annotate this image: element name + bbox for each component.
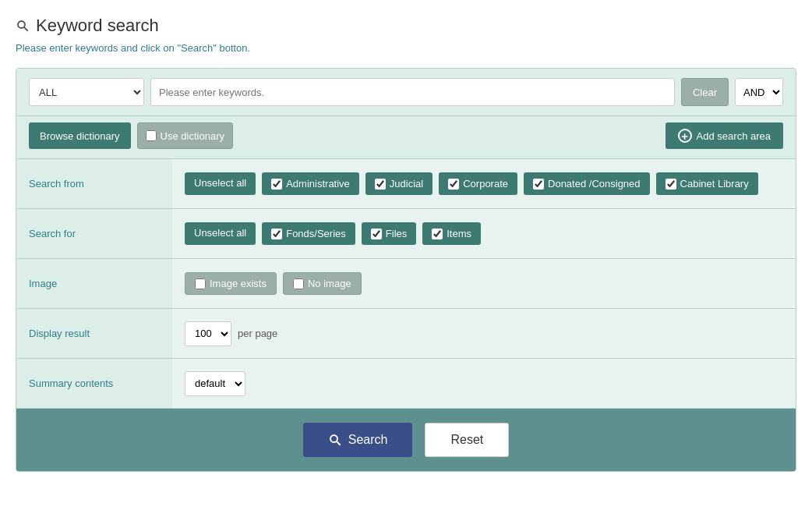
search-for-files[interactable]: Files <box>362 222 416 245</box>
per-page-select[interactable]: 10 25 50 100 200 <box>185 321 231 346</box>
action-bar: Search Reset <box>16 409 796 471</box>
summary-contents-label: Summary contents <box>16 359 172 408</box>
search-from-label: Search from <box>16 159 172 208</box>
svg-point-0 <box>18 21 25 28</box>
search-panel: ALL Title Description Notes Clear AND OR… <box>16 68 796 472</box>
add-search-area-label: Add search area <box>697 130 771 142</box>
corporate-checkbox[interactable] <box>448 179 459 190</box>
operator-select[interactable]: AND OR <box>735 78 783 106</box>
display-result-content: 10 25 50 100 200 per page <box>172 312 796 356</box>
files-checkbox[interactable] <box>371 229 382 239</box>
search-from-row: Search from Unselect all Administrative … <box>16 159 796 209</box>
summary-contents-row: Summary contents default brief full <box>16 359 796 409</box>
search-from-donated[interactable]: Donated /Consigned <box>524 172 650 195</box>
search-for-row: Search for Unselect all Fonds/Series Fil… <box>16 209 796 259</box>
reset-button[interactable]: Reset <box>425 423 509 457</box>
browse-dictionary-button[interactable]: Browse dictionary <box>29 122 131 149</box>
image-row: Image Image exists No image <box>16 259 796 309</box>
use-dictionary-label[interactable]: Use dictionary <box>137 122 233 149</box>
keyword-input[interactable] <box>150 78 675 106</box>
search-for-label: Search for <box>16 209 172 258</box>
page-title-container: Keyword search <box>16 16 796 36</box>
search-button-icon <box>328 433 342 447</box>
search-bar-row: ALL Title Description Notes Clear AND OR <box>16 69 796 116</box>
search-for-content: Unselect all Fonds/Series Files Items <box>172 213 796 254</box>
cabinet-library-checkbox[interactable] <box>665 179 676 190</box>
donated-checkbox[interactable] <box>533 179 544 190</box>
image-content: Image exists No image <box>172 263 796 304</box>
search-from-content: Unselect all Administrative Judicial Cor… <box>172 163 796 204</box>
add-search-area-button[interactable]: + Add search area <box>665 122 783 149</box>
search-from-corporate[interactable]: Corporate <box>439 172 517 195</box>
summary-contents-select[interactable]: default brief full <box>185 371 245 396</box>
svg-line-3 <box>337 441 341 445</box>
items-checkbox[interactable] <box>432 229 443 239</box>
use-dictionary-checkbox[interactable] <box>146 130 157 141</box>
dictionary-row: Browse dictionary Use dictionary + Add s… <box>16 116 796 159</box>
search-from-judicial[interactable]: Judicial <box>365 172 432 195</box>
page-subtitle: Please enter keywords and click on "Sear… <box>16 42 796 54</box>
administrative-checkbox[interactable] <box>271 179 282 190</box>
search-icon <box>16 19 30 33</box>
clear-button[interactable]: Clear <box>681 78 729 106</box>
search-from-administrative[interactable]: Administrative <box>262 172 359 195</box>
search-for-items[interactable]: Items <box>422 222 481 245</box>
image-exists-option[interactable]: Image exists <box>185 272 277 295</box>
use-dictionary-text: Use dictionary <box>161 130 224 142</box>
no-image-option[interactable]: No image <box>283 272 362 295</box>
judicial-checkbox[interactable] <box>375 179 386 190</box>
search-from-cabinet-library[interactable]: Cabinet Library <box>656 172 758 195</box>
no-image-checkbox[interactable] <box>293 278 304 289</box>
svg-line-1 <box>24 27 28 31</box>
display-result-row: Display result 10 25 50 100 200 per page <box>16 309 796 359</box>
search-for-unselect-button[interactable]: Unselect all <box>185 222 256 245</box>
summary-contents-content: default brief full <box>172 362 796 406</box>
search-button[interactable]: Search <box>303 423 413 457</box>
image-exists-checkbox[interactable] <box>195 278 206 289</box>
search-button-label: Search <box>348 433 388 447</box>
fonds-series-checkbox[interactable] <box>271 229 282 239</box>
plus-icon: + <box>678 129 692 143</box>
search-for-fonds[interactable]: Fonds/Series <box>262 222 355 245</box>
image-label: Image <box>16 259 172 308</box>
scope-select[interactable]: ALL Title Description Notes <box>29 78 144 106</box>
per-page-label: per page <box>238 328 277 339</box>
display-result-label: Display result <box>16 309 172 358</box>
search-from-unselect-button[interactable]: Unselect all <box>185 172 256 195</box>
svg-point-2 <box>330 435 337 442</box>
page-title: Keyword search <box>36 16 159 36</box>
